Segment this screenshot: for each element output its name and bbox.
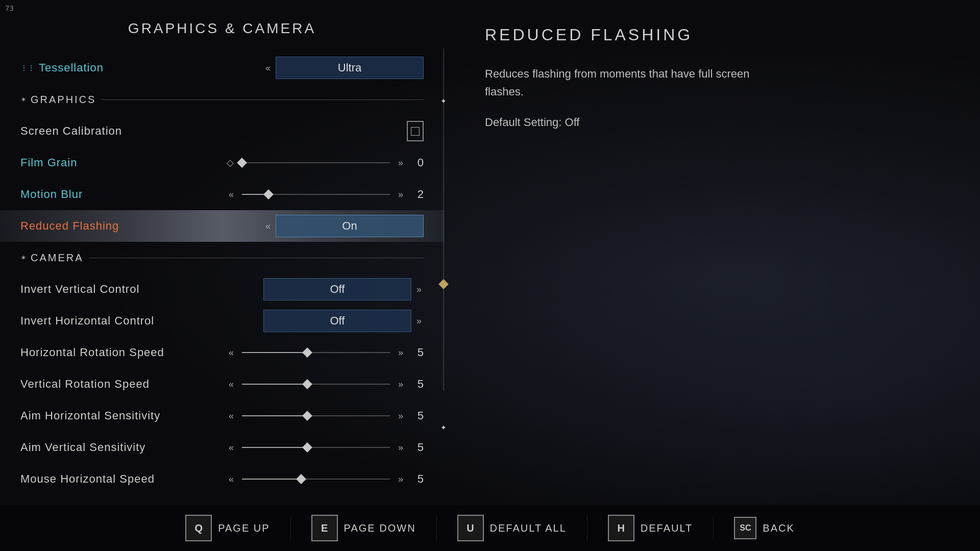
aim-horiz-label: Aim Horizontal Sensitivity — [20, 409, 204, 422]
left-panel: GRAPHICS & CAMERA ✦ ✦ ⋮⋮ Tessellation « … — [0, 0, 444, 551]
vert-rotation-left-arrow[interactable]: « — [227, 379, 236, 390]
horiz-rotation-control: « » 5 — [227, 346, 424, 359]
invert-vertical-value: Off — [263, 278, 411, 300]
horiz-rotation-left-arrow[interactable]: « — [227, 347, 236, 358]
motion-blur-control: « » 2 — [227, 188, 424, 201]
mouse-horiz-slider[interactable] — [242, 479, 390, 480]
aim-horiz-value: 5 — [408, 409, 424, 422]
mouse-horiz-value: 5 — [408, 472, 424, 486]
detail-description: Reduces flashing from moments that have … — [485, 65, 750, 101]
back-key[interactable]: SC — [734, 517, 756, 539]
drag-icon: ⋮⋮ — [20, 64, 35, 72]
aim-vert-control: « » 5 — [227, 441, 424, 454]
aim-vert-slider[interactable] — [242, 447, 390, 448]
page-down-key[interactable]: E — [311, 515, 338, 541]
horiz-rotation-right-arrow[interactable]: » — [396, 347, 405, 358]
graphics-category-row: ✶ GRAPHICS — [20, 84, 424, 115]
reduced-flashing-control: « On — [263, 215, 424, 237]
reduced-flashing-item[interactable]: Reduced Flashing « On — [0, 210, 444, 242]
motion-blur-right-arrow[interactable]: » — [396, 189, 405, 200]
list-item[interactable]: Invert Vertical Control Off » — [20, 273, 424, 305]
motion-blur-label: Motion Blur — [20, 188, 204, 201]
mouse-horiz-right-arrow[interactable]: » — [396, 474, 405, 485]
page-up-key[interactable]: Q — [185, 515, 212, 541]
list-item[interactable]: Mouse Horizontal Speed « » 5 — [20, 463, 424, 495]
back-label: BACK — [763, 522, 794, 534]
film-grain-slider[interactable] — [242, 162, 390, 163]
film-grain-right-arrow[interactable]: » — [396, 158, 405, 168]
horiz-rotation-label: Horizontal Rotation Speed — [20, 346, 204, 359]
vert-rotation-thumb — [302, 379, 312, 389]
camera-asterisk: ✶ — [20, 254, 27, 262]
tessellation-control: « Ultra — [263, 57, 424, 79]
tessellation-value: Ultra — [276, 57, 424, 79]
aim-vert-right-arrow[interactable]: » — [396, 442, 405, 453]
page-down-label: PAGE DOWN — [344, 522, 416, 534]
default-all-key[interactable]: U — [457, 515, 484, 541]
list-item[interactable]: Aim Vertical Sensitivity « » 5 — [20, 432, 424, 463]
motion-blur-slider[interactable] — [242, 194, 390, 195]
invert-vertical-right-arrow[interactable]: » — [414, 284, 424, 295]
page-title: GRAPHICS & CAMERA — [0, 20, 444, 37]
vert-rotation-right-arrow[interactable]: » — [396, 379, 405, 390]
motion-blur-value: 2 — [408, 188, 424, 201]
list-item[interactable]: Aim Horizontal Sensitivity « » 5 — [20, 400, 424, 432]
aim-vert-value: 5 — [408, 441, 424, 454]
reduced-flashing-label: Reduced Flashing — [20, 219, 204, 233]
detail-title: REDUCED FLASHING — [485, 26, 939, 44]
list-item[interactable]: ⋮⋮ Tessellation « Ultra — [20, 52, 424, 84]
motion-blur-thumb — [263, 189, 274, 199]
horiz-rotation-fill — [242, 352, 307, 353]
page-up-action[interactable]: Q PAGE UP — [165, 515, 290, 541]
list-item[interactable]: Invert Horizontal Control Off » — [20, 305, 424, 337]
invert-vertical-control: Off » — [263, 278, 424, 300]
list-item[interactable]: Vertical Rotation Speed « » 5 — [20, 368, 424, 400]
settings-list: ⋮⋮ Tessellation « Ultra ✶ GRAPHICS Scree… — [0, 52, 444, 495]
camera-divider — [89, 258, 424, 258]
back-action[interactable]: SC BACK — [714, 517, 815, 539]
motion-blur-left-arrow[interactable]: « — [227, 189, 236, 200]
vert-rotation-fill — [242, 384, 307, 385]
mouse-horiz-fill — [242, 479, 301, 480]
aim-horiz-thumb — [302, 411, 312, 421]
default-label: DEFAULT — [641, 522, 693, 534]
screen-calibration-label: Screen Calibration — [20, 124, 204, 138]
camera-category-row: ✶ CAMERA — [20, 242, 424, 273]
default-key[interactable]: H — [608, 515, 634, 541]
mouse-horiz-control: « » 5 — [227, 472, 424, 486]
page-down-action[interactable]: E PAGE DOWN — [291, 515, 436, 541]
list-item[interactable]: Screen Calibration □ — [20, 115, 424, 147]
list-item[interactable]: Motion Blur « » 2 — [20, 179, 424, 210]
tessellation-left-arrow[interactable]: « — [263, 63, 273, 73]
invert-horizontal-value: Off — [263, 310, 411, 332]
aim-horiz-left-arrow[interactable]: « — [227, 411, 236, 421]
tessellation-label: Tessellation — [39, 61, 223, 74]
camera-category-label: CAMERA — [31, 252, 84, 264]
detail-default: Default Setting: Off — [485, 116, 939, 129]
horiz-rotation-slider[interactable] — [242, 352, 390, 353]
default-all-label: DEFAULT ALL — [490, 522, 567, 534]
default-action[interactable]: H DEFAULT — [587, 515, 714, 541]
invert-vertical-label: Invert Vertical Control — [20, 283, 204, 296]
list-item[interactable]: Horizontal Rotation Speed « » 5 — [20, 337, 424, 368]
reduced-flashing-left-arrow[interactable]: « — [263, 221, 273, 232]
film-grain-control: ◇ » 0 — [225, 156, 424, 169]
list-item[interactable]: Film Grain ◇ » 0 — [20, 147, 424, 179]
bottom-bar: Q PAGE UP E PAGE DOWN U DEFAULT ALL H DE… — [0, 505, 980, 551]
vert-rotation-label: Vertical Rotation Speed — [20, 378, 204, 391]
vert-rotation-slider[interactable] — [242, 384, 390, 385]
vert-rotation-control: « » 5 — [227, 378, 424, 391]
film-grain-left-arrow[interactable]: ◇ — [225, 157, 236, 168]
aim-horiz-right-arrow[interactable]: » — [396, 411, 405, 421]
vert-rotation-value: 5 — [408, 378, 424, 391]
aim-vert-left-arrow[interactable]: « — [227, 442, 236, 453]
horiz-rotation-thumb — [302, 347, 312, 358]
horiz-rotation-value: 5 — [408, 346, 424, 359]
page-up-label: PAGE UP — [218, 522, 270, 534]
mouse-horiz-left-arrow[interactable]: « — [227, 474, 236, 485]
invert-horizontal-right-arrow[interactable]: » — [414, 316, 424, 327]
aim-horiz-slider[interactable] — [242, 415, 390, 416]
default-all-action[interactable]: U DEFAULT ALL — [437, 515, 587, 541]
aim-horiz-fill — [242, 415, 307, 416]
graphics-category-label: GRAPHICS — [31, 94, 96, 106]
